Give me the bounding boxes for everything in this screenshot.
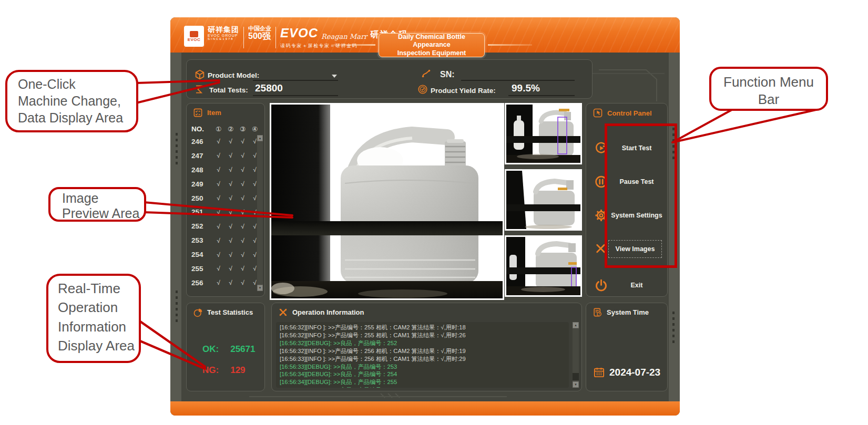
system-date-row: 2024-07-23	[593, 366, 660, 378]
item-row[interactable]: 247√√√√	[187, 149, 264, 163]
item-row[interactable]: 246√√√√	[187, 134, 264, 149]
item-col-3: ③	[237, 125, 249, 133]
operation-log-viewport[interactable]: [16:56:32][INFO ]: >>产品编号：255 相机：CAM2 算法…	[276, 322, 569, 388]
item-row-no: 247	[191, 152, 212, 160]
log-line: [16:56:32][INFO ]: >>产品编号：255 相机：CAM1 算法…	[280, 331, 565, 339]
item-row[interactable]: 252√√√√	[187, 219, 264, 233]
item-row-no: 254	[191, 251, 212, 258]
ng-label: NG:	[202, 365, 219, 375]
function-menu-highlight-rectangle	[605, 123, 677, 268]
preview-thumbnail-2[interactable]	[505, 169, 582, 231]
brand-since: SINCE1978	[208, 37, 239, 40]
main-camera-image	[270, 103, 504, 300]
ok-count-row: OK:25671	[202, 344, 255, 355]
annotation-callout-operation-info: Real-TimeOperationInformationDisplay Are…	[46, 274, 141, 363]
item-col-no: NO.	[191, 125, 212, 133]
operation-information-panel: Operation Information [16:56:32][INFO ]:…	[271, 303, 582, 391]
item-row[interactable]: 254√√√√	[187, 247, 264, 262]
check-mark: √	[224, 166, 237, 173]
ok-value: 25671	[230, 344, 255, 354]
ng-count-row: NG:129	[202, 365, 246, 376]
sn-label: SN:	[440, 70, 455, 79]
data-display-panel: Product Model: Total Tests: 25800 SN:	[186, 59, 593, 99]
item-row-no: 251	[191, 208, 212, 216]
check-mark: √	[212, 166, 224, 173]
check-mark: √	[237, 279, 249, 286]
scroll-down-icon[interactable]: ▼	[573, 381, 579, 388]
callout-text-line: Machine Change,	[18, 93, 136, 110]
item-row[interactable]: 256√√√√	[187, 276, 264, 290]
item-row-no: 255	[191, 265, 212, 273]
item-row[interactable]: 248√√√√	[187, 163, 264, 177]
check-mark: √	[237, 223, 249, 230]
product-model-label: Product Model:	[208, 71, 259, 79]
check-mark: √	[224, 279, 237, 286]
total-tests-value: 25800	[255, 82, 283, 94]
check-mark: √	[224, 251, 237, 258]
callout-text-line: One-Click	[18, 76, 136, 93]
log-line: [16:56:35][DEBUG]: >>良品，产品编号：256	[280, 386, 565, 388]
preview-thumbnail-1[interactable]	[505, 103, 582, 164]
callout-text-line: Real-Time	[58, 279, 139, 298]
item-panel: Item NO.①②③④ 246√√√√247√√√√248√√√√249√√√…	[186, 103, 265, 297]
item-row[interactable]: 249√√√√	[187, 177, 264, 191]
callout-text-line: Preview Area	[62, 206, 144, 221]
check-mark: √	[212, 194, 224, 202]
item-scrollbar[interactable]: ▲ ▼	[257, 135, 263, 291]
brand-script-text: Reagan Marr	[321, 33, 367, 40]
preview-thumbnail-3[interactable]	[505, 235, 582, 297]
test-statistics-panel: Test Statistics OK:25671 NG:129	[186, 303, 265, 391]
callout-text-line: Display Area	[58, 336, 139, 355]
control-panel-title: Control Panel	[607, 109, 652, 117]
pie-chart-icon	[193, 307, 203, 317]
callout-text-line: Image	[62, 191, 144, 206]
callout-text-line: Operation	[58, 298, 139, 317]
brand-group-cn: 研祥集团	[208, 26, 239, 34]
exit-button[interactable]: Exit	[586, 274, 667, 297]
item-col-2: ②	[224, 125, 237, 133]
ok-label: OK:	[202, 344, 219, 354]
log-line: [16:56:33][DEBUG]: >>良品，产品编号：253	[280, 363, 565, 371]
check-mark: √	[237, 209, 249, 216]
log-line: [16:56:33][INFO ]: >>产品编号：256 相机：CAM1 算法…	[280, 355, 565, 363]
check-mark: √	[212, 138, 224, 145]
check-mark: √	[224, 152, 237, 159]
check-mark: √	[212, 251, 224, 258]
item-row-no: 256	[191, 279, 212, 287]
log-scrollbar[interactable]: ▲ ▼	[573, 322, 579, 388]
item-row-no: 250	[191, 194, 212, 202]
chevron-down-icon[interactable]	[332, 75, 337, 78]
check-mark: √	[224, 138, 237, 145]
annotation-callout-image-preview: ImagePreview Area	[48, 187, 146, 222]
item-row-no: 253	[191, 236, 212, 244]
test-statistics-title: Test Statistics	[207, 308, 253, 316]
scroll-up-icon[interactable]: ▲	[257, 135, 263, 141]
log-line: [16:56:32][INFO ]: >>产品编号：256 相机：CAM2 算法…	[280, 347, 565, 355]
item-row[interactable]: 255√√√√	[187, 262, 264, 276]
brand-evoc-wordmark: EVOC	[280, 26, 318, 40]
check-mark: √	[237, 194, 249, 202]
yield-rate-label: Product Yield Rate:	[431, 87, 496, 95]
item-panel-title: Item	[207, 109, 221, 117]
brand-top500-line2: 500强	[248, 32, 271, 41]
check-mark: √	[237, 180, 249, 188]
item-row-no: 246	[191, 138, 212, 146]
item-table-rows: 246√√√√247√√√√248√√√√249√√√√250√√√√251√√…	[187, 134, 264, 290]
doc-clock-icon	[593, 307, 603, 317]
evoc-logo-icon: EVOC	[184, 26, 204, 47]
scroll-up-icon[interactable]: ▲	[573, 322, 579, 328]
total-tests-label: Total Tests:	[209, 86, 248, 94]
item-row[interactable]: 253√√√√	[187, 233, 264, 247]
item-row[interactable]: 250√√√√	[187, 191, 264, 205]
app-title-line2: Inspection Equipment	[397, 49, 466, 58]
product-model-icon	[194, 69, 206, 80]
item-row-no: 248	[191, 166, 212, 174]
check-mark: √	[237, 251, 249, 258]
scroll-down-icon[interactable]: ▼	[257, 285, 263, 291]
brand-top500-line1: 中国企业	[248, 26, 271, 32]
callout-text-line: Function Menu	[711, 74, 826, 91]
callout-text-line: Information	[58, 317, 139, 336]
bottle-photo	[271, 105, 503, 298]
item-row[interactable]: 251√√√√	[187, 205, 264, 219]
log-line: [16:56:32][INFO ]: >>产品编号：255 相机：CAM2 算法…	[280, 324, 565, 331]
